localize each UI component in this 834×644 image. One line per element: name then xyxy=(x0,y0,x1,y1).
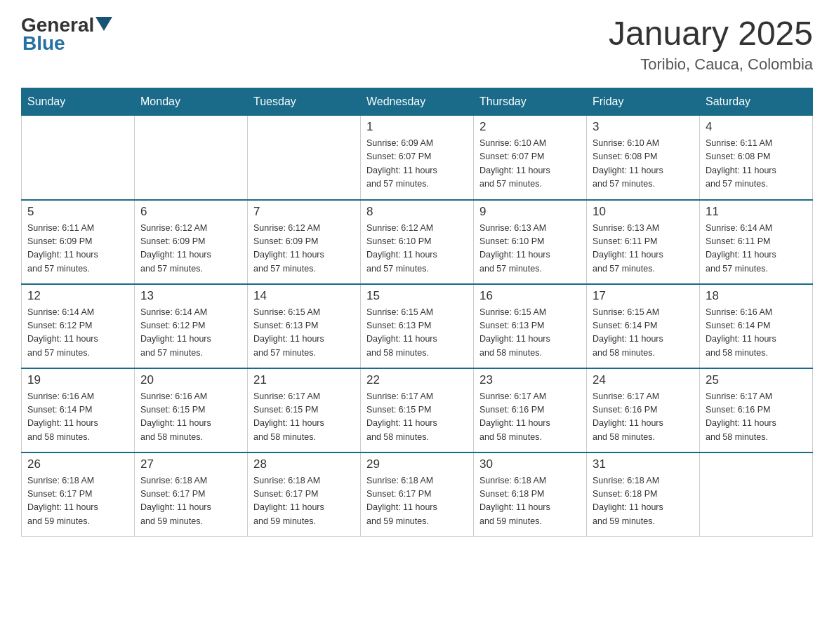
day-info: Sunrise: 6:17 AMSunset: 6:15 PMDaylight:… xyxy=(253,390,355,445)
calendar-day-cell xyxy=(22,116,135,200)
day-info: Sunrise: 6:12 AMSunset: 6:09 PMDaylight:… xyxy=(253,222,355,276)
calendar-day-cell: 30Sunrise: 6:18 AMSunset: 6:18 PMDayligh… xyxy=(474,452,587,537)
calendar-day-cell: 23Sunrise: 6:17 AMSunset: 6:16 PMDayligh… xyxy=(474,368,587,452)
month-year-title: January 2025 xyxy=(609,14,813,53)
day-number: 10 xyxy=(593,205,694,219)
day-info: Sunrise: 6:18 AMSunset: 6:17 PMDaylight:… xyxy=(253,474,355,529)
calendar-header-friday: Friday xyxy=(587,88,700,116)
calendar-header-thursday: Thursday xyxy=(474,88,587,116)
day-number: 29 xyxy=(366,457,468,471)
title-section: January 2025 Toribio, Cauca, Colombia xyxy=(609,14,813,74)
day-number: 4 xyxy=(706,120,807,134)
calendar-day-cell: 28Sunrise: 6:18 AMSunset: 6:17 PMDayligh… xyxy=(248,452,361,537)
calendar-day-cell: 13Sunrise: 6:14 AMSunset: 6:12 PMDayligh… xyxy=(135,284,248,368)
calendar-week-row: 26Sunrise: 6:18 AMSunset: 6:17 PMDayligh… xyxy=(22,452,813,537)
calendar-day-cell: 19Sunrise: 6:16 AMSunset: 6:14 PMDayligh… xyxy=(22,368,135,452)
day-info: Sunrise: 6:16 AMSunset: 6:14 PMDaylight:… xyxy=(27,390,128,445)
calendar-day-cell: 29Sunrise: 6:18 AMSunset: 6:17 PMDayligh… xyxy=(361,452,474,537)
calendar-week-row: 5Sunrise: 6:11 AMSunset: 6:09 PMDaylight… xyxy=(22,200,813,284)
day-info: Sunrise: 6:11 AMSunset: 6:09 PMDaylight:… xyxy=(27,222,128,276)
day-number: 11 xyxy=(706,205,807,219)
calendar-week-row: 12Sunrise: 6:14 AMSunset: 6:12 PMDayligh… xyxy=(22,284,813,368)
calendar-header-sunday: Sunday xyxy=(22,88,135,116)
day-number: 31 xyxy=(593,457,694,471)
day-info: Sunrise: 6:12 AMSunset: 6:09 PMDaylight:… xyxy=(140,222,241,276)
day-info: Sunrise: 6:18 AMSunset: 6:18 PMDaylight:… xyxy=(593,474,694,529)
calendar-day-cell: 24Sunrise: 6:17 AMSunset: 6:16 PMDayligh… xyxy=(587,368,700,452)
day-info: Sunrise: 6:14 AMSunset: 6:12 PMDaylight:… xyxy=(140,306,241,361)
day-info: Sunrise: 6:17 AMSunset: 6:16 PMDaylight:… xyxy=(706,390,807,445)
day-number: 26 xyxy=(27,457,128,471)
day-number: 17 xyxy=(593,289,694,303)
calendar-week-row: 1Sunrise: 6:09 AMSunset: 6:07 PMDaylight… xyxy=(22,116,813,200)
calendar-day-cell: 31Sunrise: 6:18 AMSunset: 6:18 PMDayligh… xyxy=(587,452,700,537)
calendar-day-cell: 18Sunrise: 6:16 AMSunset: 6:14 PMDayligh… xyxy=(700,284,813,368)
day-number: 25 xyxy=(706,373,807,387)
calendar-day-cell: 8Sunrise: 6:12 AMSunset: 6:10 PMDaylight… xyxy=(361,200,474,284)
calendar-week-row: 19Sunrise: 6:16 AMSunset: 6:14 PMDayligh… xyxy=(22,368,813,452)
calendar-day-cell: 20Sunrise: 6:16 AMSunset: 6:15 PMDayligh… xyxy=(135,368,248,452)
day-info: Sunrise: 6:11 AMSunset: 6:08 PMDaylight:… xyxy=(706,137,807,192)
day-info: Sunrise: 6:14 AMSunset: 6:12 PMDaylight:… xyxy=(27,306,128,361)
day-number: 28 xyxy=(253,457,355,471)
day-number: 9 xyxy=(479,205,581,219)
calendar-day-cell: 16Sunrise: 6:15 AMSunset: 6:13 PMDayligh… xyxy=(474,284,587,368)
day-number: 16 xyxy=(479,289,581,303)
day-number: 21 xyxy=(253,373,355,387)
logo: General Blue xyxy=(21,14,112,55)
day-info: Sunrise: 6:09 AMSunset: 6:07 PMDaylight:… xyxy=(366,137,468,192)
day-info: Sunrise: 6:18 AMSunset: 6:18 PMDaylight:… xyxy=(479,474,581,529)
calendar-day-cell xyxy=(135,116,248,200)
calendar-header-row: SundayMondayTuesdayWednesdayThursdayFrid… xyxy=(22,88,813,116)
calendar-day-cell: 7Sunrise: 6:12 AMSunset: 6:09 PMDaylight… xyxy=(248,200,361,284)
day-number: 6 xyxy=(140,205,241,219)
day-number: 14 xyxy=(253,289,355,303)
day-number: 23 xyxy=(479,373,581,387)
day-info: Sunrise: 6:18 AMSunset: 6:17 PMDaylight:… xyxy=(366,474,468,529)
day-number: 8 xyxy=(366,205,468,219)
day-info: Sunrise: 6:18 AMSunset: 6:17 PMDaylight:… xyxy=(27,474,128,529)
calendar-header-saturday: Saturday xyxy=(700,88,813,116)
calendar-day-cell: 22Sunrise: 6:17 AMSunset: 6:15 PMDayligh… xyxy=(361,368,474,452)
calendar-day-cell: 11Sunrise: 6:14 AMSunset: 6:11 PMDayligh… xyxy=(700,200,813,284)
day-info: Sunrise: 6:10 AMSunset: 6:07 PMDaylight:… xyxy=(479,137,581,192)
day-number: 20 xyxy=(140,373,241,387)
calendar-day-cell: 25Sunrise: 6:17 AMSunset: 6:16 PMDayligh… xyxy=(700,368,813,452)
calendar-day-cell: 1Sunrise: 6:09 AMSunset: 6:07 PMDaylight… xyxy=(361,116,474,200)
day-info: Sunrise: 6:16 AMSunset: 6:14 PMDaylight:… xyxy=(706,306,807,361)
day-info: Sunrise: 6:15 AMSunset: 6:13 PMDaylight:… xyxy=(479,306,581,361)
day-number: 18 xyxy=(706,289,807,303)
calendar-day-cell: 14Sunrise: 6:15 AMSunset: 6:13 PMDayligh… xyxy=(248,284,361,368)
calendar-day-cell: 27Sunrise: 6:18 AMSunset: 6:17 PMDayligh… xyxy=(135,452,248,537)
day-info: Sunrise: 6:13 AMSunset: 6:11 PMDaylight:… xyxy=(593,222,694,276)
day-number: 7 xyxy=(253,205,355,219)
calendar-day-cell: 3Sunrise: 6:10 AMSunset: 6:08 PMDaylight… xyxy=(587,116,700,200)
day-info: Sunrise: 6:17 AMSunset: 6:16 PMDaylight:… xyxy=(479,390,581,445)
calendar-day-cell xyxy=(700,452,813,537)
calendar-day-cell: 10Sunrise: 6:13 AMSunset: 6:11 PMDayligh… xyxy=(587,200,700,284)
day-info: Sunrise: 6:15 AMSunset: 6:13 PMDaylight:… xyxy=(366,306,468,361)
day-number: 12 xyxy=(27,289,128,303)
logo-blue-text: Blue xyxy=(21,32,65,55)
calendar-day-cell: 4Sunrise: 6:11 AMSunset: 6:08 PMDaylight… xyxy=(700,116,813,200)
calendar-day-cell: 15Sunrise: 6:15 AMSunset: 6:13 PMDayligh… xyxy=(361,284,474,368)
day-number: 30 xyxy=(479,457,581,471)
day-info: Sunrise: 6:14 AMSunset: 6:11 PMDaylight:… xyxy=(706,222,807,276)
day-info: Sunrise: 6:12 AMSunset: 6:10 PMDaylight:… xyxy=(366,222,468,276)
day-info: Sunrise: 6:17 AMSunset: 6:15 PMDaylight:… xyxy=(366,390,468,445)
calendar-header-monday: Monday xyxy=(135,88,248,116)
day-info: Sunrise: 6:15 AMSunset: 6:13 PMDaylight:… xyxy=(253,306,355,361)
calendar-day-cell: 26Sunrise: 6:18 AMSunset: 6:17 PMDayligh… xyxy=(22,452,135,537)
calendar-header-tuesday: Tuesday xyxy=(248,88,361,116)
day-number: 19 xyxy=(27,373,128,387)
day-number: 1 xyxy=(366,120,468,134)
day-info: Sunrise: 6:16 AMSunset: 6:15 PMDaylight:… xyxy=(140,390,241,445)
day-number: 24 xyxy=(593,373,694,387)
day-number: 15 xyxy=(366,289,468,303)
calendar-day-cell: 9Sunrise: 6:13 AMSunset: 6:10 PMDaylight… xyxy=(474,200,587,284)
day-info: Sunrise: 6:15 AMSunset: 6:14 PMDaylight:… xyxy=(593,306,694,361)
day-number: 3 xyxy=(593,120,694,134)
location-subtitle: Toribio, Cauca, Colombia xyxy=(609,55,813,74)
day-number: 5 xyxy=(27,205,128,219)
logo-triangle-icon xyxy=(95,17,112,31)
